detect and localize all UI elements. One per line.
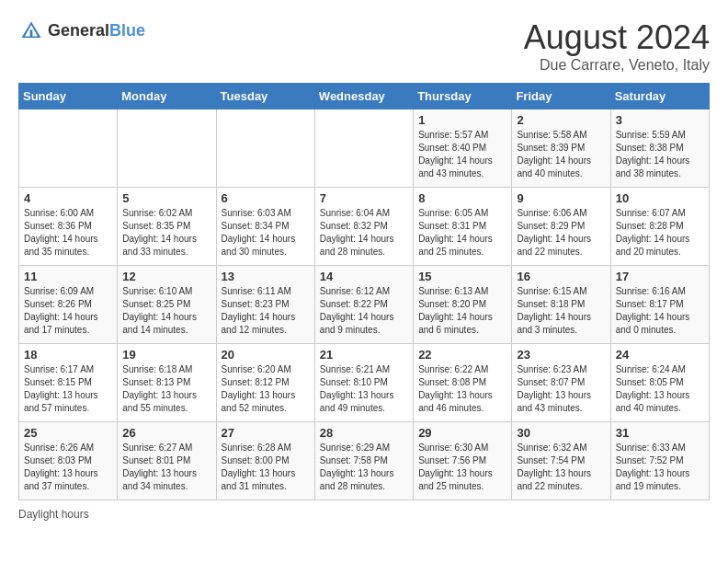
calendar-cell: 27Sunrise: 6:28 AMSunset: 8:00 PMDayligh… (216, 422, 314, 500)
calendar-cell: 15Sunrise: 6:13 AMSunset: 8:20 PMDayligh… (414, 266, 512, 344)
logo: GeneralBlue (18, 18, 145, 44)
calendar-week-row: 1Sunrise: 5:57 AMSunset: 8:40 PMDaylight… (19, 109, 710, 188)
day-number: 6 (222, 191, 310, 205)
calendar-cell: 13Sunrise: 6:11 AMSunset: 8:23 PMDayligh… (216, 266, 314, 344)
day-info: Sunrise: 6:00 AMSunset: 8:36 PMDaylight:… (24, 207, 112, 259)
calendar-cell: 2Sunrise: 5:58 AMSunset: 8:39 PMDaylight… (512, 109, 610, 188)
calendar-cell: 16Sunrise: 6:15 AMSunset: 8:18 PMDayligh… (512, 266, 610, 344)
calendar-cell (118, 109, 216, 188)
day-number: 28 (320, 426, 408, 440)
footer: Daylight hours (18, 508, 710, 521)
calendar-cell: 22Sunrise: 6:22 AMSunset: 8:08 PMDayligh… (414, 344, 512, 422)
day-info: Sunrise: 6:26 AMSunset: 8:03 PMDaylight:… (24, 442, 112, 493)
day-number: 1 (418, 113, 506, 127)
day-number: 2 (517, 113, 605, 127)
day-info: Sunrise: 6:09 AMSunset: 8:26 PMDaylight:… (24, 285, 112, 337)
calendar-cell: 30Sunrise: 6:32 AMSunset: 7:54 PMDayligh… (512, 422, 610, 500)
day-info: Sunrise: 6:33 AMSunset: 7:52 PMDaylight:… (616, 442, 704, 493)
calendar-cell: 7Sunrise: 6:04 AMSunset: 8:32 PMDaylight… (314, 188, 413, 266)
day-of-week-header: Tuesday (216, 84, 314, 109)
calendar-cell: 26Sunrise: 6:27 AMSunset: 8:01 PMDayligh… (118, 422, 216, 500)
day-number: 10 (616, 191, 704, 205)
calendar-week-row: 11Sunrise: 6:09 AMSunset: 8:26 PMDayligh… (19, 266, 710, 344)
calendar-cell: 29Sunrise: 6:30 AMSunset: 7:56 PMDayligh… (414, 422, 512, 500)
day-of-week-header: Sunday (19, 84, 118, 109)
day-info: Sunrise: 6:21 AMSunset: 8:10 PMDaylight:… (320, 363, 408, 415)
day-of-week-header: Friday (512, 84, 610, 109)
day-info: Sunrise: 6:03 AMSunset: 8:34 PMDaylight:… (222, 207, 310, 259)
day-number: 16 (517, 270, 605, 283)
day-number: 25 (24, 426, 112, 440)
day-of-week-header: Monday (118, 84, 216, 109)
day-info: Sunrise: 6:17 AMSunset: 8:15 PMDaylight:… (24, 363, 112, 415)
day-info: Sunrise: 6:20 AMSunset: 8:12 PMDaylight:… (222, 363, 310, 415)
header: GeneralBlue August 2024 Due Carrare, Ven… (18, 18, 710, 74)
day-number: 31 (616, 426, 704, 440)
day-info: Sunrise: 5:57 AMSunset: 8:40 PMDaylight:… (418, 129, 506, 180)
day-number: 14 (320, 270, 408, 283)
day-number: 15 (418, 270, 506, 283)
day-info: Sunrise: 6:04 AMSunset: 8:32 PMDaylight:… (320, 207, 408, 259)
day-number: 13 (222, 270, 310, 283)
calendar-week-row: 25Sunrise: 6:26 AMSunset: 8:03 PMDayligh… (19, 422, 710, 500)
day-info: Sunrise: 6:16 AMSunset: 8:17 PMDaylight:… (616, 285, 704, 337)
day-number: 26 (122, 426, 210, 440)
calendar-cell: 3Sunrise: 5:59 AMSunset: 8:38 PMDaylight… (610, 109, 709, 188)
day-number: 30 (517, 426, 605, 440)
day-number: 9 (517, 191, 605, 205)
day-number: 24 (616, 348, 704, 362)
day-number: 4 (24, 191, 112, 205)
calendar-cell: 6Sunrise: 6:03 AMSunset: 8:34 PMDaylight… (216, 188, 314, 266)
day-number: 19 (122, 348, 210, 362)
calendar-cell: 25Sunrise: 6:26 AMSunset: 8:03 PMDayligh… (19, 422, 118, 500)
day-info: Sunrise: 6:07 AMSunset: 8:28 PMDaylight:… (616, 207, 704, 259)
day-info: Sunrise: 6:22 AMSunset: 8:08 PMDaylight:… (418, 363, 506, 415)
day-info: Sunrise: 5:59 AMSunset: 8:38 PMDaylight:… (616, 129, 704, 180)
day-info: Sunrise: 6:32 AMSunset: 7:54 PMDaylight:… (517, 442, 605, 493)
calendar-cell: 4Sunrise: 6:00 AMSunset: 8:36 PMDaylight… (19, 188, 118, 266)
day-number: 3 (616, 113, 704, 127)
calendar-cell: 1Sunrise: 5:57 AMSunset: 8:40 PMDaylight… (414, 109, 512, 188)
day-number: 7 (320, 191, 408, 205)
calendar-cell: 10Sunrise: 6:07 AMSunset: 8:28 PMDayligh… (610, 188, 709, 266)
day-info: Sunrise: 6:11 AMSunset: 8:23 PMDaylight:… (222, 285, 310, 337)
day-number: 8 (418, 191, 506, 205)
footer-label: Daylight hours (18, 508, 89, 521)
calendar-cell (216, 109, 314, 188)
day-number: 27 (222, 426, 310, 440)
day-info: Sunrise: 6:27 AMSunset: 8:01 PMDaylight:… (122, 442, 210, 493)
day-info: Sunrise: 6:18 AMSunset: 8:13 PMDaylight:… (122, 363, 210, 415)
calendar-cell: 23Sunrise: 6:23 AMSunset: 8:07 PMDayligh… (512, 344, 610, 422)
calendar-cell: 17Sunrise: 6:16 AMSunset: 8:17 PMDayligh… (610, 266, 709, 344)
day-info: Sunrise: 6:23 AMSunset: 8:07 PMDaylight:… (517, 363, 605, 415)
calendar-cell: 28Sunrise: 6:29 AMSunset: 7:58 PMDayligh… (314, 422, 413, 500)
day-info: Sunrise: 6:24 AMSunset: 8:05 PMDaylight:… (616, 363, 704, 415)
day-of-week-header: Thursday (414, 84, 512, 109)
calendar-cell: 9Sunrise: 6:06 AMSunset: 8:29 PMDaylight… (512, 188, 610, 266)
day-info: Sunrise: 6:28 AMSunset: 8:00 PMDaylight:… (222, 442, 310, 493)
calendar-cell: 12Sunrise: 6:10 AMSunset: 8:25 PMDayligh… (118, 266, 216, 344)
day-number: 17 (616, 270, 704, 283)
calendar-cell: 24Sunrise: 6:24 AMSunset: 8:05 PMDayligh… (610, 344, 709, 422)
calendar-cell: 20Sunrise: 6:20 AMSunset: 8:12 PMDayligh… (216, 344, 314, 422)
day-number: 22 (418, 348, 506, 362)
day-number: 21 (320, 348, 408, 362)
calendar-cell: 8Sunrise: 6:05 AMSunset: 8:31 PMDaylight… (414, 188, 512, 266)
day-number: 20 (222, 348, 310, 362)
day-number: 5 (122, 191, 210, 205)
day-number: 18 (24, 348, 112, 362)
day-of-week-header: Saturday (610, 84, 709, 109)
calendar-cell (314, 109, 413, 188)
calendar-cell: 5Sunrise: 6:02 AMSunset: 8:35 PMDaylight… (118, 188, 216, 266)
calendar-table: SundayMondayTuesdayWednesdayThursdayFrid… (18, 83, 710, 500)
day-info: Sunrise: 6:15 AMSunset: 8:18 PMDaylight:… (517, 285, 605, 337)
main-title: August 2024 (524, 18, 710, 57)
day-info: Sunrise: 6:10 AMSunset: 8:25 PMDaylight:… (122, 285, 210, 337)
day-number: 29 (418, 426, 506, 440)
calendar-cell: 11Sunrise: 6:09 AMSunset: 8:26 PMDayligh… (19, 266, 118, 344)
logo-icon (18, 18, 44, 44)
day-info: Sunrise: 6:05 AMSunset: 8:31 PMDaylight:… (418, 207, 506, 259)
calendar-cell: 31Sunrise: 6:33 AMSunset: 7:52 PMDayligh… (610, 422, 709, 500)
calendar-week-row: 18Sunrise: 6:17 AMSunset: 8:15 PMDayligh… (19, 344, 710, 422)
calendar-cell: 14Sunrise: 6:12 AMSunset: 8:22 PMDayligh… (314, 266, 413, 344)
